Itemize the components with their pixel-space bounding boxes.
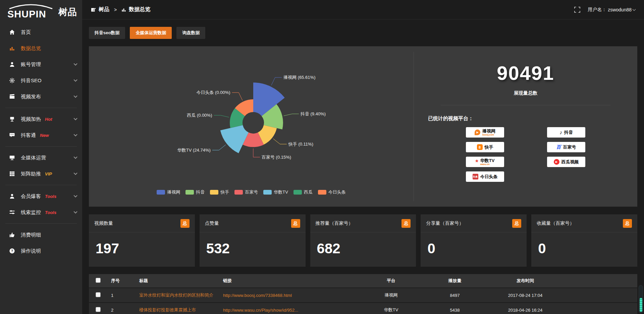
platform-badge-toutiao: 头条今日头条 [466, 171, 504, 182]
stat-card-likes: 点赞量 总 532 [200, 214, 306, 267]
sidebar-item-label: 视频发布 [21, 94, 41, 100]
platform-badge-xigua: ▶西瓜视频 [547, 157, 585, 167]
sidebar-item-douyin-seo[interactable]: 抖音SEO [0, 72, 82, 89]
chevron-down-icon [73, 78, 77, 82]
question-circle-icon: ? [9, 248, 15, 254]
card-title: 推荐量（百家号） [316, 220, 353, 226]
cell-platform: 华数TV [359, 307, 423, 313]
card-value: 682 [310, 232, 416, 267]
legend-label: 快手 [220, 189, 229, 195]
row-checkbox[interactable] [96, 292, 101, 297]
platform-badge-name: 西瓜视频 [561, 160, 579, 164]
wasu-logo-icon: * [476, 159, 478, 165]
legend-item-西瓜[interactable]: 西瓜 [293, 189, 313, 195]
sidebar-item-omnimedia[interactable]: 全媒体运营 [0, 150, 82, 166]
table-header-row: 序号 标题 链接 平台 播放量 发布时间 [89, 274, 637, 287]
home-icon [9, 29, 15, 35]
total-badge[interactable]: 总 [401, 219, 411, 228]
sidebar-item-label: 视频加热 [21, 116, 41, 122]
platform-badge-column: ▶播视网boosj.com8快手*华数TVwasu.cn头条今日头条 [466, 127, 504, 182]
pie-slice-华数TV[interactable] [220, 125, 249, 153]
doc-pen-icon [91, 7, 96, 12]
pie-label-播视网: 播视网 (65.61%) [283, 75, 315, 80]
sidebar-item-account[interactable]: 账号管理 [0, 56, 82, 72]
sidebar-item-help[interactable]: ? 操作说明 [0, 243, 82, 259]
douyin-logo-icon: ♪ [559, 129, 562, 136]
breadcrumb-current[interactable]: 数据总览 [129, 6, 150, 13]
tab-inquiry-data[interactable]: 询盘数据 [176, 27, 205, 39]
tab-douyin-seo[interactable]: 抖音seo数据 [89, 27, 125, 39]
card-title: 视频数量 [94, 220, 113, 226]
cell-seq: 1 [106, 293, 135, 298]
sidebar-item-label: 抖客通 [21, 132, 36, 139]
scrollbar-thumb[interactable] [640, 298, 642, 312]
sidebar-item-label: 数据总览 [21, 45, 41, 52]
chevron-down-icon [73, 133, 77, 136]
legend-swatch [318, 190, 326, 195]
legend-swatch [293, 190, 302, 195]
total-badge[interactable]: 总 [180, 219, 190, 228]
legend-item-今日头条[interactable]: 今日头条 [318, 189, 346, 195]
fullscreen-icon[interactable] [574, 7, 580, 13]
user-menu[interactable]: 用户名： zswodun88 [588, 7, 635, 13]
sidebar: SHUPIN 树品 首页 数据总览 账号管理 抖音SEO [0, 0, 82, 314]
row-checkbox[interactable] [96, 307, 101, 312]
pie-label-快手: 快手 (0.11%) [288, 142, 313, 147]
data-tabs: 抖音seo数据 全媒体运营数据 询盘数据 [89, 27, 637, 39]
legend-item-快手[interactable]: 快手 [210, 189, 229, 195]
total-impressions-label: 展现量总数 [414, 90, 637, 96]
sidebar-item-label: 线索监控 [21, 209, 41, 216]
sidebar-item-label: 抖音SEO [21, 77, 42, 84]
legend-swatch [263, 190, 272, 195]
breadcrumb-separator: > [114, 7, 117, 12]
card-value: 532 [200, 232, 306, 267]
sidebar-divider [5, 108, 77, 108]
sidebar-item-video-publish[interactable]: 视频发布 [0, 89, 82, 105]
video-title-link[interactable]: 楼体投影灯投影效果震撼上市 [139, 307, 196, 312]
select-all-checkbox[interactable] [96, 278, 101, 283]
chevron-down-icon [633, 7, 636, 11]
chevron-down-icon [73, 210, 77, 213]
sidebar-item-home[interactable]: 首页 [0, 24, 82, 40]
sidebar-item-doukertong[interactable]: 抖客通 New [0, 127, 82, 143]
legend-item-播视网[interactable]: 播视网 [157, 189, 180, 195]
total-badge[interactable]: 总 [512, 219, 521, 228]
total-badge[interactable]: 总 [623, 219, 632, 228]
toutiao-logo-icon: 头条 [473, 174, 478, 179]
legend-item-华数TV[interactable]: 华数TV [263, 189, 288, 195]
sidebar-item-label: 操作说明 [21, 248, 41, 254]
card-title: 点赞量 [205, 220, 219, 226]
sidebar-item-matrix-boost[interactable]: 矩阵助推 VIP [0, 166, 82, 182]
chevron-down-icon [73, 171, 77, 175]
sidebar-item-lead-monitor[interactable]: 线索监控 Tools [0, 204, 82, 220]
sidebar-item-data-overview[interactable]: 数据总览 [0, 40, 82, 56]
stat-card-recommends: 推荐量（百家号） 总 682 [310, 214, 416, 267]
total-badge[interactable]: 总 [291, 219, 300, 228]
svg-text:?: ? [11, 249, 13, 253]
legend-item-百家号[interactable]: 百家号 [234, 189, 258, 195]
sliders-icon [9, 209, 15, 215]
vip-tag: VIP [45, 171, 52, 176]
sidebar-item-video-heat[interactable]: 视频加热 Hot [0, 111, 82, 127]
platform-badge-column: ♪抖音百百家号▶西瓜视频 [547, 127, 585, 182]
sidebar-divider [5, 223, 77, 224]
kuaishou-logo-icon: 8 [477, 144, 483, 150]
app-logo: SHUPIN 树品 [0, 0, 82, 21]
pie-leader-line [212, 145, 226, 150]
sidebar-item-spending-detail[interactable]: 消费明细 [0, 227, 82, 243]
gear-icon [9, 77, 15, 84]
video-url-link[interactable]: http://www.wasu.cn/Play/show/id/952... [223, 308, 298, 313]
pie-leader-line [253, 148, 260, 157]
legend-item-抖音[interactable]: 抖音 [185, 189, 205, 195]
breadcrumb-root[interactable]: 树品 [99, 6, 109, 13]
chevron-down-icon [73, 116, 77, 120]
sidebar-item-label: 消费明细 [21, 232, 41, 238]
platform-badge-name: 抖音 [564, 130, 573, 135]
sidebar-item-member-burst[interactable]: 会员爆客 Tools [0, 188, 82, 204]
platform-badge-name: 快手 [485, 145, 493, 149]
video-title-link[interactable]: 室外水纹灯和室内水纹灯的区别和简介 [139, 293, 213, 298]
video-url-link[interactable]: http://www.boosj.com/7338468.html [223, 293, 292, 298]
tab-omnimedia-data[interactable]: 全媒体运营数据 [130, 27, 172, 39]
platform-badge-name: 华数TV [480, 158, 495, 163]
member-icon [9, 193, 15, 199]
